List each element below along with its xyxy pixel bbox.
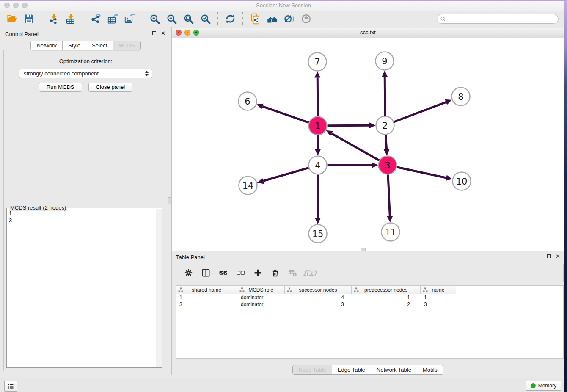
table-panel-title: Table Panel: [176, 254, 205, 260]
table-cell: 1: [176, 295, 237, 301]
vertical-splitter-handle[interactable]: [168, 197, 172, 204]
export-table-icon: [107, 13, 118, 25]
network-canvas[interactable]: 7968124314101511: [172, 38, 564, 251]
graph-node-15[interactable]: 15: [309, 225, 327, 243]
search-icon: [440, 16, 446, 22]
memory-button[interactable]: Memory: [526, 381, 561, 391]
import-network-icon: [48, 13, 60, 25]
graph-edge-2-9[interactable]: [385, 77, 385, 116]
graph-edge-1-6[interactable]: [262, 106, 308, 122]
window-close-button[interactable]: [4, 3, 10, 8]
graph-edge-1-2[interactable]: [327, 125, 369, 126]
network-close-button[interactable]: ✕: [176, 30, 182, 36]
deselect-all-rows-button[interactable]: [233, 267, 248, 279]
graph-node-11[interactable]: 11: [382, 223, 400, 241]
graph-node-7[interactable]: 7: [308, 53, 327, 71]
window-minimize-button[interactable]: [13, 3, 19, 8]
graph-node-4[interactable]: 4: [309, 156, 327, 174]
zoom-selected-button[interactable]: [197, 12, 214, 26]
window-titlebar: Session: New Session: [0, 0, 567, 11]
hide-selected-button[interactable]: [281, 12, 297, 26]
control-panel-float-icon[interactable]: [152, 31, 156, 35]
close-panel-button[interactable]: Close panel: [88, 83, 133, 92]
export-network-button[interactable]: [87, 12, 104, 26]
graph-edge-arrowhead: [372, 162, 378, 168]
save-session-button[interactable]: [20, 12, 37, 26]
column-header-MCDS-role[interactable]: MCDS role: [237, 286, 285, 294]
tab-motifs[interactable]: Motifs: [417, 365, 443, 374]
run-mcds-button[interactable]: Run MCDS: [39, 83, 82, 92]
select-all-rows-button[interactable]: [216, 267, 230, 279]
graph-edge-2-3[interactable]: [385, 135, 386, 149]
new-network-from-selection-button[interactable]: [247, 12, 264, 26]
graph-edge-arrowhead: [314, 71, 320, 77]
optimization-criterion-select[interactable]: strongly connected component: [19, 69, 152, 78]
delete-selected-rows-button[interactable]: [268, 267, 282, 279]
show-column-panel-button[interactable]: [198, 267, 213, 279]
graph-edge-1-7[interactable]: [317, 77, 318, 116]
task-history-button[interactable]: [4, 381, 17, 392]
graph-node-9[interactable]: 9: [376, 52, 394, 70]
graph-edge-3-1[interactable]: [332, 133, 380, 160]
control-panel-close-icon[interactable]: ✕: [161, 31, 165, 36]
graph-edge-4-14[interactable]: [263, 168, 308, 181]
graph-edge-2-8[interactable]: [394, 102, 446, 122]
mcds-result-scrollbar[interactable]: [156, 209, 162, 367]
column-header-name[interactable]: name: [421, 286, 456, 294]
graph-edge-arrowhead: [315, 149, 321, 156]
network-view-window: ✕ − + scc.txt 7968124314101511: [172, 28, 564, 251]
first-neighbors-button[interactable]: [264, 12, 281, 26]
table-mode-settings-button[interactable]: [181, 267, 195, 279]
search-input[interactable]: [446, 16, 558, 22]
add-column-button[interactable]: [250, 267, 265, 279]
tab-style[interactable]: Style: [63, 41, 86, 50]
import-table-button[interactable]: [62, 12, 79, 26]
graph-node-label: 3: [385, 160, 390, 171]
table-cell: 3: [285, 301, 352, 307]
network-minimize-button[interactable]: −: [184, 30, 190, 36]
column-header-predecessor-nodes[interactable]: predecessor nodes: [352, 286, 421, 294]
export-table-button[interactable]: [104, 12, 121, 26]
graph-node-6[interactable]: 6: [239, 92, 257, 110]
apply-layout-button[interactable]: [222, 12, 239, 26]
table-cell: 4: [285, 295, 352, 301]
network-zoom-button[interactable]: +: [193, 30, 199, 36]
toolbar-separator: [142, 12, 142, 26]
table-row[interactable]: 1dominator411: [176, 294, 563, 301]
graph-edge-3-11[interactable]: [388, 174, 390, 216]
graph-node-3[interactable]: 3: [379, 156, 397, 174]
graph-edge-3-10[interactable]: [397, 167, 446, 178]
column-header-shared-name[interactable]: shared name: [176, 286, 237, 294]
graph-node-2[interactable]: 2: [376, 116, 394, 135]
network-window-titlebar: ✕ − + scc.txt: [172, 28, 564, 38]
table-browser-tabs: Node TableEdge TableNetwork TableMotifs: [292, 365, 443, 375]
table-panel-close-icon[interactable]: ✕: [556, 254, 560, 259]
graph-node-14[interactable]: 14: [239, 177, 257, 195]
graph-node-1[interactable]: 1: [309, 117, 327, 135]
graph-node-10[interactable]: 10: [453, 172, 471, 190]
zoom-out-button[interactable]: [163, 12, 180, 26]
table-panel-float-icon[interactable]: [547, 254, 551, 258]
open-session-button[interactable]: [3, 12, 20, 26]
export-image-button[interactable]: [121, 12, 138, 26]
graph-node-8[interactable]: 8: [452, 88, 470, 106]
zoom-fit-button[interactable]: [180, 12, 197, 26]
column-header-successor-nodes[interactable]: successor nodes: [285, 286, 352, 294]
table-panel: Table Panel ✕: [172, 251, 564, 375]
window-zoom-button[interactable]: [22, 3, 28, 8]
zoom-in-button[interactable]: [146, 12, 163, 26]
horizontal-splitter-handle[interactable]: [361, 248, 366, 251]
houses-icon: [267, 13, 278, 25]
unchecked-boxes-icon: [236, 268, 245, 277]
tab-node-table[interactable]: Node Table: [293, 365, 332, 374]
tab-select[interactable]: Select: [86, 41, 113, 50]
import-network-button[interactable]: [45, 12, 62, 26]
tab-network[interactable]: Network: [31, 41, 63, 50]
graph-node-label: 2: [382, 121, 388, 131]
show-graphics-details-button[interactable]: [297, 12, 314, 26]
tab-edge-table[interactable]: Edge Table: [332, 365, 371, 374]
tab-mcds[interactable]: MCDS: [113, 41, 140, 50]
tab-network-table[interactable]: Network Table: [371, 365, 417, 374]
table-row[interactable]: 3dominator323: [176, 301, 563, 308]
optimization-criterion-value: strongly connected component: [24, 70, 99, 77]
